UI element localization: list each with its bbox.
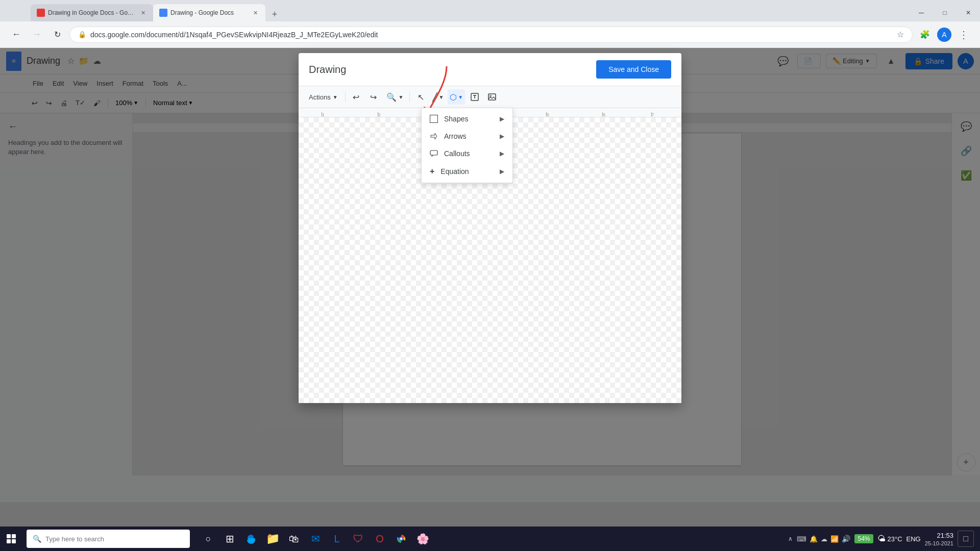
- close-button[interactable]: ✕: [957, 4, 980, 21]
- system-tray: ∧ ⌨ 🔔 ☁ 📶 🔊 54% 🌤 23°C ENG 21:53 25-10-2…: [782, 531, 980, 547]
- forward-button[interactable]: →: [29, 27, 45, 43]
- svg-point-13: [400, 538, 402, 540]
- shapes-label: Shapes: [444, 115, 468, 123]
- dropdown-equation[interactable]: + Equation ▶: [422, 162, 512, 181]
- svg-rect-10: [7, 539, 11, 543]
- url-text: docs.google.com/document/d/1Nsqaf4_PGevS…: [90, 31, 893, 39]
- taskbar-view[interactable]: ⊞: [219, 529, 240, 549]
- taskbar-office[interactable]: O: [370, 529, 390, 549]
- window-controls: ─ □ ✕: [910, 4, 980, 21]
- chrome-menu-button[interactable]: ⋮: [955, 27, 972, 43]
- taskbar-mail[interactable]: ✉: [305, 529, 326, 549]
- tab-1-close[interactable]: ✕: [139, 9, 147, 17]
- select-tool[interactable]: ↖: [413, 89, 428, 105]
- shapes-dropdown: Shapes ▶ Arrows ▶: [421, 108, 513, 183]
- line-tool[interactable]: ╱ ▼: [430, 89, 446, 105]
- dropdown-shapes[interactable]: Shapes ▶: [422, 110, 512, 128]
- tray-keyboard-icon[interactable]: ⌨: [797, 535, 806, 543]
- drawing-modal-title: Drawing: [309, 64, 346, 76]
- arrows-label: Arrows: [444, 132, 467, 140]
- temperature: 23°C: [888, 535, 902, 543]
- taskbar-search[interactable]: 🔍: [27, 530, 190, 548]
- taskbar-cortana[interactable]: ○: [198, 529, 218, 549]
- line-chevron: ▼: [438, 94, 444, 100]
- taskbar-explorer[interactable]: 📁: [262, 529, 283, 549]
- taskbar-store[interactable]: 🛍: [284, 529, 304, 549]
- taskbar-social[interactable]: 🌸: [412, 529, 433, 549]
- tab-1-title: Drawing in Google Docs - Goog...: [48, 9, 136, 16]
- extensions-button[interactable]: 🧩: [917, 27, 933, 43]
- tab-2[interactable]: Drawing - Google Docs ✕: [153, 4, 265, 21]
- language-indicator[interactable]: ENG: [906, 535, 921, 543]
- weather-display: 🌤 23°C: [877, 534, 902, 543]
- browser-chrome: Drawing in Google Docs - Goog... ✕ Drawi…: [0, 0, 980, 48]
- tab-bar: Drawing in Google Docs - Goog... ✕ Drawi…: [0, 0, 980, 21]
- tray-icons: ⌨ 🔔 ☁ 📶 🔊: [797, 535, 850, 543]
- shapes-arrow: ▶: [500, 115, 504, 122]
- tab-1-favicon: [37, 9, 45, 17]
- draw-zoom-button[interactable]: 🔍 ▼: [383, 89, 407, 105]
- taskbar-apps: ○ ⊞ 📁 🛍 ✉ L 🛡 O 🌸: [194, 529, 437, 549]
- svg-point-4: [490, 95, 492, 97]
- actions-button[interactable]: Actions ▼: [305, 89, 342, 105]
- text-box-tool[interactable]: [467, 89, 482, 105]
- actions-chevron: ▼: [333, 94, 338, 100]
- tray-wifi-icon[interactable]: 📶: [830, 535, 839, 543]
- drawing-toolbar: Actions ▼ ↩ ↪ 🔍 ▼ ↖ ╱ ▼ ⬡ ▼: [299, 86, 681, 108]
- tab-1[interactable]: Drawing in Google Docs - Goog... ✕: [31, 4, 153, 21]
- shape-chevron: ▼: [458, 94, 463, 100]
- zoom-chevron: ▼: [399, 94, 404, 100]
- save-close-button[interactable]: Save and Close: [596, 60, 671, 79]
- toolbar-sep: [345, 92, 346, 102]
- tray-sound-icon[interactable]: 🔊: [842, 535, 850, 543]
- equation-arrow: ▶: [500, 168, 504, 175]
- zoom-icon: 🔍: [386, 92, 397, 102]
- drawing-modal-header: Drawing Save and Close: [299, 53, 681, 86]
- dropdown-callouts[interactable]: Callouts ▶: [422, 145, 512, 162]
- taskbar-edge[interactable]: [241, 529, 261, 549]
- line-icon: ╱: [432, 92, 437, 102]
- url-bar[interactable]: 🔒 docs.google.com/document/d/1Nsqaf4_PGe…: [69, 27, 913, 43]
- date-display: 25-10-2021: [925, 540, 953, 546]
- image-tool[interactable]: [484, 89, 500, 105]
- reload-button[interactable]: ↻: [49, 27, 65, 43]
- draw-redo-button[interactable]: ↪: [366, 89, 381, 105]
- maximize-button[interactable]: □: [933, 4, 957, 21]
- weather-icon: 🌤: [877, 534, 886, 543]
- shapes-icon: [430, 115, 438, 123]
- taskbar-security[interactable]: 🛡: [348, 529, 369, 549]
- back-button[interactable]: ←: [8, 27, 24, 43]
- start-button[interactable]: [0, 528, 22, 550]
- taskbar-lync[interactable]: L: [327, 529, 347, 549]
- star-icon[interactable]: ☆: [897, 30, 904, 39]
- svg-rect-6: [430, 151, 437, 155]
- tab-2-close[interactable]: ✕: [251, 9, 259, 17]
- svg-rect-9: [12, 534, 16, 538]
- modal-overlay: Drawing Save and Close Actions ▼ ↩ ↪ 🔍 ▼…: [0, 48, 980, 527]
- taskbar: 🔍 ○ ⊞ 📁 🛍 ✉ L 🛡 O 🌸 ∧ ⌨ 🔔 ☁ 📶 🔊 54% 🌤: [0, 527, 980, 551]
- minimize-button[interactable]: ─: [910, 4, 933, 21]
- tray-notification-icon[interactable]: 🔔: [810, 535, 818, 543]
- tray-cloud-icon[interactable]: ☁: [821, 535, 827, 543]
- equation-icon: +: [430, 167, 434, 176]
- arrows-arrow: ▶: [500, 133, 504, 140]
- actions-label: Actions: [309, 93, 331, 101]
- draw-undo-button[interactable]: ↩: [349, 89, 364, 105]
- arrows-icon: [430, 132, 438, 140]
- profile-avatar[interactable]: A: [937, 28, 951, 42]
- toolbar-sep-2: [409, 92, 410, 102]
- notification-panel[interactable]: □: [958, 531, 974, 547]
- callouts-icon: [430, 150, 438, 157]
- tray-up-arrow[interactable]: ∧: [788, 535, 793, 542]
- search-input[interactable]: [45, 535, 184, 543]
- clock: 21:53 25-10-2021: [925, 532, 953, 546]
- battery-indicator[interactable]: 54%: [854, 534, 873, 543]
- dropdown-arrows[interactable]: Arrows ▶: [422, 128, 512, 145]
- shape-tool[interactable]: ⬡ ▼: [448, 89, 465, 105]
- taskbar-chrome[interactable]: [391, 529, 411, 549]
- tab-2-favicon: [159, 9, 167, 17]
- svg-rect-3: [488, 94, 496, 100]
- time-display: 21:53: [937, 532, 953, 539]
- tab-2-title: Drawing - Google Docs: [170, 9, 248, 16]
- new-tab-button[interactable]: +: [267, 7, 282, 21]
